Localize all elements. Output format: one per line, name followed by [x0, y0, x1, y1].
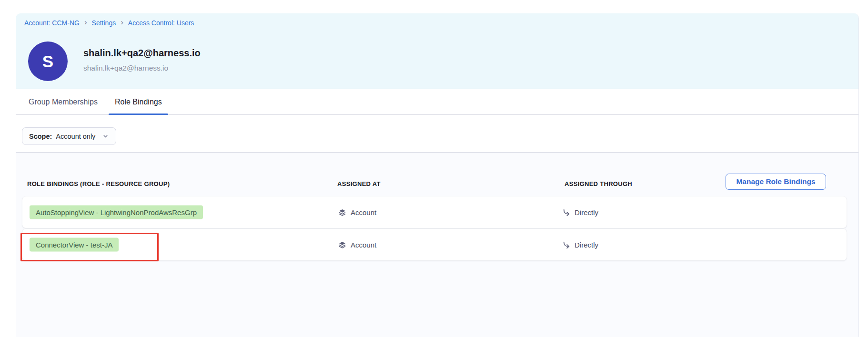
assigned-through-label: Directly: [575, 241, 598, 249]
filter-bar: Scope: Account only: [16, 115, 858, 153]
assigned-at-label: Account: [351, 241, 376, 249]
layers-icon: [338, 208, 346, 217]
layers-icon: [338, 241, 346, 249]
user-header: Account: CCM-NG › Settings › Access Cont…: [16, 13, 858, 89]
user-email: shalin.lk+qa2@harness.io: [83, 64, 168, 72]
column-header-role-bindings: ROLE BINDINGS (ROLE - RESOURCE GROUP): [27, 180, 170, 187]
breadcrumb: Account: CCM-NG › Settings › Access Cont…: [24, 16, 194, 30]
tab-group-memberships[interactable]: Group Memberships: [26, 90, 100, 114]
breadcrumb-item-account[interactable]: Account: CCM-NG: [24, 19, 80, 27]
assigned-at-cell: Account: [338, 229, 376, 260]
user-name: shalin.lk+qa2@harness.io: [83, 48, 201, 59]
assigned-through-cell: Directly: [562, 196, 598, 228]
scope-dropdown[interactable]: Scope: Account only: [22, 127, 116, 145]
avatar: S: [28, 41, 68, 81]
breadcrumb-item-access-control-users[interactable]: Access Control: Users: [128, 19, 194, 27]
role-bindings-section: ROLE BINDINGS (ROLE - RESOURCE GROUP) AS…: [16, 153, 858, 337]
role-binding-tag: AutoStoppingView - LightwingNonProdAwsRe…: [30, 206, 203, 219]
scope-dropdown-label: Scope:: [29, 133, 52, 140]
role-binding-tag: ConnectorView - test-JA: [30, 238, 119, 252]
assigned-at-label: Account: [351, 208, 376, 217]
arrow-branch-icon: [562, 241, 570, 249]
table-row[interactable]: AutoStoppingView - LightwingNonProdAwsRe…: [22, 196, 847, 228]
assigned-at-cell: Account: [338, 196, 376, 228]
chevron-down-icon: [102, 133, 109, 140]
breadcrumb-item-settings[interactable]: Settings: [92, 19, 116, 27]
chevron-right-icon: ›: [84, 18, 87, 28]
tab-role-bindings[interactable]: Role Bindings: [112, 90, 164, 114]
chevron-right-icon: ›: [121, 18, 123, 28]
manage-role-bindings-button[interactable]: Manage Role Bindings: [726, 174, 826, 190]
assigned-through-label: Directly: [575, 208, 598, 217]
column-header-assigned-at: ASSIGNED AT: [337, 180, 381, 187]
tab-bar: Group Memberships Role Bindings: [16, 90, 858, 115]
column-header-assigned-through: ASSIGNED THROUGH: [565, 180, 632, 187]
scope-dropdown-value: Account only: [56, 133, 95, 140]
arrow-branch-icon: [562, 208, 570, 217]
main-panel: Account: CCM-NG › Settings › Access Cont…: [16, 13, 859, 337]
assigned-through-cell: Directly: [562, 229, 598, 260]
table-row[interactable]: ConnectorView - test-JA Account Directly: [22, 229, 847, 260]
